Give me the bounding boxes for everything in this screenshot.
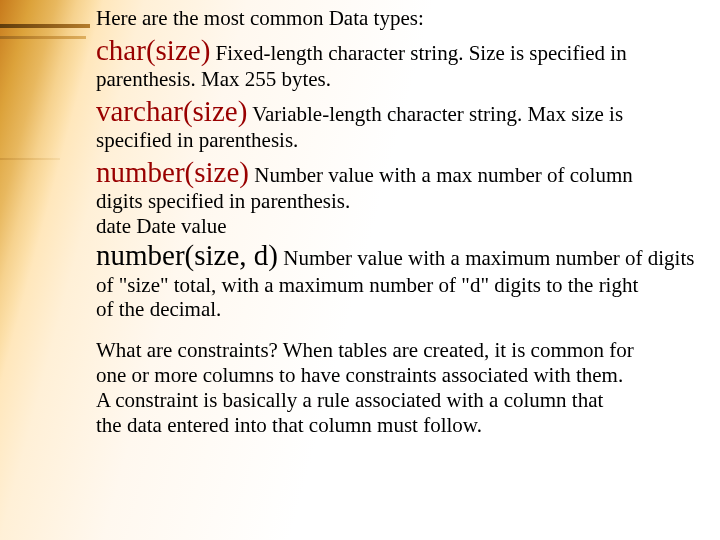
type-desc: Variable-length character string. Max si… [247, 102, 623, 126]
decor-bar [0, 158, 60, 160]
type-name: char(size) [96, 34, 210, 66]
type-char: char(size) Fixed-length character string… [96, 33, 720, 92]
para-line: What are constraints? When tables are cr… [96, 338, 710, 363]
type-cont: digits specified in parenthesis. [96, 189, 720, 214]
type-varchar: varchar(size) Variable-length character … [96, 94, 720, 153]
type-number: number(size) Number value with a max num… [96, 155, 720, 214]
para-line: the data entered into that column must f… [96, 413, 710, 438]
type-number-d: number(size, d) Number value with a maxi… [96, 238, 720, 322]
type-desc: Number value with a max number of column [249, 163, 633, 187]
content: Here are the most common Data types: cha… [96, 6, 720, 437]
slide: Here are the most common Data types: cha… [0, 0, 720, 540]
para-line: one or more columns to have constraints … [96, 363, 710, 388]
type-name: number(size) [96, 156, 249, 188]
type-name: varchar(size) [96, 95, 247, 127]
type-cont: of the decimal. [96, 297, 720, 322]
decor-bar [0, 24, 90, 28]
type-name: number(size, d) [96, 239, 278, 271]
constraints-paragraph: What are constraints? When tables are cr… [96, 338, 720, 437]
type-cont: of "size" total, with a maximum number o… [96, 273, 720, 298]
type-date: date Date value [96, 214, 720, 239]
decor-bar [0, 36, 86, 39]
intro-line: Here are the most common Data types: [96, 6, 720, 31]
type-cont: specified in parenthesis. [96, 128, 720, 153]
type-desc: Fixed-length character string. Size is s… [210, 41, 626, 65]
type-cont: parenthesis. Max 255 bytes. [96, 67, 720, 92]
type-desc: Number value with a maximum number of di… [278, 246, 694, 270]
para-line: A constraint is basically a rule associa… [96, 388, 710, 413]
